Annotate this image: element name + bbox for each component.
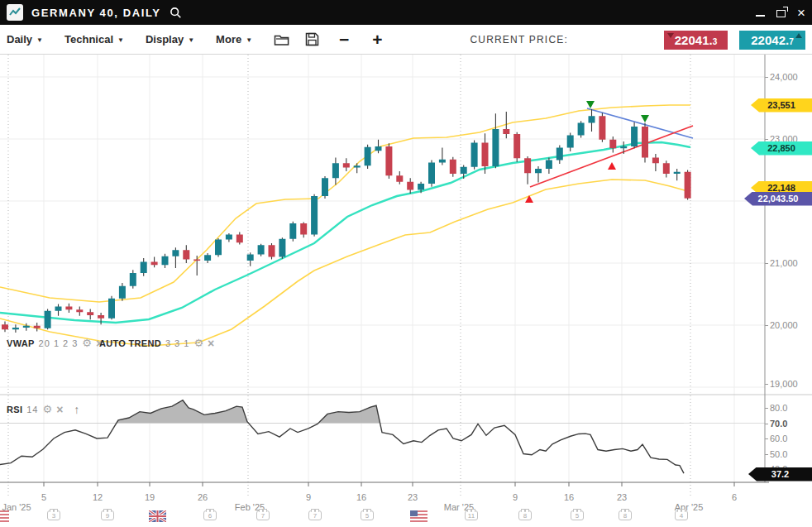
candle-body [2,324,8,329]
calendar-glyph: 5 [361,510,374,520]
vwap-label: VWAP [7,338,35,348]
minimize-icon[interactable] [756,15,765,17]
candle-body [108,299,115,319]
us-flag-icon[interactable] [0,510,9,525]
event-calendar-icon[interactable]: 6 [203,510,217,520]
autotrend-settings-gear-icon[interactable]: ⚙ [193,338,203,348]
event-calendar-icon[interactable]: 7 [256,510,270,520]
event-calendar-icon[interactable]: 3 [47,510,60,520]
event-calendar-icon[interactable]: 11 [465,510,478,520]
rsi-move-up-arrow-icon[interactable]: ↑ [74,405,79,414]
candle-body [87,312,93,315]
calendar-glyph: 7 [256,510,270,520]
candle-body [162,256,169,266]
candle-body [226,235,232,240]
candle-body [204,255,211,261]
time-axis-label: 19 [145,492,155,502]
rsi-remove-icon[interactable]: × [56,405,63,414]
price-axis-tick [765,139,768,140]
event-calendar-icon[interactable]: 9 [101,510,114,520]
time-axis-label: 9 [306,492,311,502]
rsi-axis-label: 70.0 [770,419,787,429]
chart-line-icon [7,4,23,21]
candle-body [332,163,339,178]
rsi-axis-label: 60.0 [770,434,787,443]
price-badge-22850: 22,850 [751,141,812,156]
event-calendar-icon[interactable]: 5 [361,510,374,520]
autotrend-indicator-row: AUTO TREND 3 3 1 ⚙ × [99,338,214,348]
close-icon[interactable]: × [797,6,805,20]
event-calendar-icon[interactable]: 7 [308,510,322,520]
bid-price-badge: 22041.3 [664,31,728,50]
rsi-axis-tick [765,454,768,455]
event-calendar-icon[interactable]: 8 [518,510,532,520]
menu-daily[interactable]: Daily▼ [7,33,43,46]
rsi-axis-label: 80.0 [770,403,787,413]
candle-body [98,315,104,319]
candle-body [236,235,243,243]
candle-body [375,146,382,151]
rsi-settings-gear-icon[interactable]: ⚙ [43,405,53,414]
rsi-axis-tick [765,424,768,424]
candle-body [45,311,51,328]
time-axis-label: 16 [564,492,574,502]
save-icon[interactable] [305,32,319,46]
candle-body [215,240,222,256]
menu-more[interactable]: More▼ [216,33,252,46]
rsi-line [0,400,684,473]
candle-body [23,326,30,328]
calendar-glyph: 3 [47,510,60,520]
autotrend-params: 3 3 1 [165,338,189,348]
candle-body [439,160,446,163]
zoom-out-button[interactable]: − [339,31,349,48]
autotrend-remove-icon[interactable]: × [208,338,214,348]
event-calendar-icon[interactable]: 8 [619,510,632,520]
pivot-up-arrow-icon [525,195,533,203]
menu-technical[interactable]: Technical▼ [64,33,124,46]
pivot-down-arrow-icon [586,101,595,108]
candle-body [76,309,83,312]
calendar-glyph: 7 [308,510,322,520]
candle-body [279,239,285,257]
price-chart[interactable] [0,55,812,527]
candle-body [407,182,413,190]
bollinger-upper-band-line [0,105,690,302]
candle-body [12,328,19,329]
vwap-line [0,142,690,323]
time-axis-label: 6 [732,492,737,502]
folder-open-icon[interactable] [274,32,290,46]
candle-body [599,116,605,140]
candle-body [513,134,520,158]
menu-display[interactable]: Display▼ [146,33,194,46]
candle-body [300,223,307,235]
vwap-indicator-row: VWAP 20 1 2 3 ⚙ × [7,338,103,348]
current-price-label: CURRENT PRICE: [470,34,568,46]
popout-icon[interactable] [776,10,786,17]
candle-body [119,286,126,299]
uk-flag-icon[interactable] [149,510,166,525]
rsi-label: RSI [7,405,22,414]
rsi-axis-tick [765,438,768,439]
candle-body [663,163,670,174]
time-axis-label: 9 [513,492,518,502]
event-calendar-icon[interactable]: 5 [571,510,584,520]
chevron-down-icon: ▼ [117,36,124,44]
vwap-settings-gear-icon[interactable]: ⚙ [82,338,92,348]
price-down-arrow-icon [667,33,674,38]
search-icon[interactable] [170,7,182,19]
toolbar: Daily▼Technical▼Display▼More▼ − + CURREN… [0,25,812,55]
zoom-in-button[interactable]: + [372,31,382,48]
candle-body [269,245,275,256]
price-axis-label: 24,000 [770,72,798,82]
event-calendar-icon[interactable]: 4 [675,510,688,520]
chevron-down-icon: ▼ [188,36,194,44]
price-axis-tick [765,263,768,264]
candle-body [642,127,648,158]
time-axis-label: 23 [617,492,627,502]
candle-body [652,158,659,164]
chevron-down-icon: ▼ [36,36,43,44]
candle-body [609,140,616,149]
us-flag-icon[interactable] [410,510,427,525]
title-bar: GERMANY 40, DAILY × [0,0,812,25]
candle-body [546,160,552,170]
